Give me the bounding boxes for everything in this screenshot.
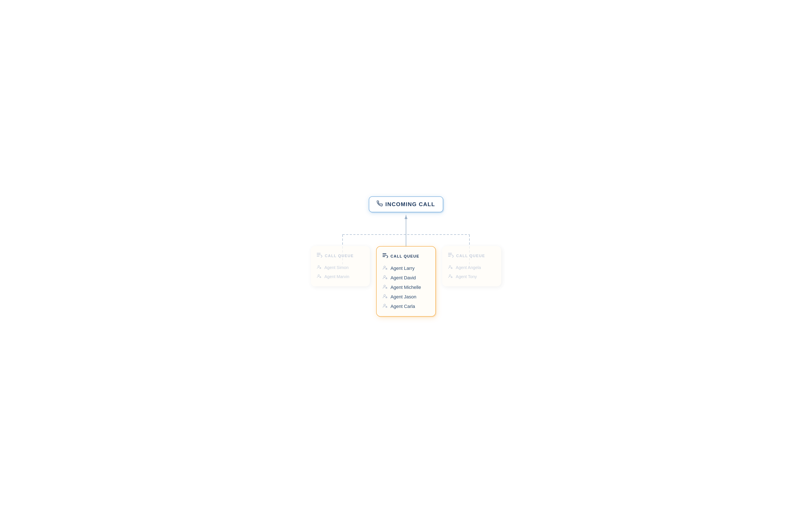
right-agent-list: Agent Angela Agent Tony xyxy=(448,265,495,279)
agent-icon xyxy=(448,274,453,279)
svg-point-21 xyxy=(384,285,385,287)
incoming-call-node: INCOMING CALL xyxy=(369,196,443,212)
svg-rect-27 xyxy=(448,253,452,253)
agent-name: Agent Carla xyxy=(390,304,415,309)
agent-name: Agent Tony xyxy=(456,274,477,279)
svg-rect-16 xyxy=(382,256,385,257)
svg-point-23 xyxy=(384,295,385,296)
agent-icon xyxy=(382,275,387,281)
center-card-header: CALL QUEUE xyxy=(382,253,430,259)
svg-point-17 xyxy=(384,266,385,268)
center-queue-card: CALL QUEUE Agent Larry xyxy=(376,246,436,317)
svg-marker-1 xyxy=(405,215,407,219)
center-queue-icon xyxy=(382,253,388,259)
agent-name: Agent Marvin xyxy=(324,274,349,279)
svg-rect-14 xyxy=(382,253,386,254)
agent-name: Agent Michelle xyxy=(390,285,421,290)
svg-rect-28 xyxy=(448,254,452,255)
list-item: Agent Marvin xyxy=(317,274,364,279)
agent-icon xyxy=(317,265,321,270)
svg-rect-8 xyxy=(317,256,319,256)
right-card-title: CALL QUEUE xyxy=(456,254,485,258)
bottom-row: CALL QUEUE Agent Simon xyxy=(311,246,501,317)
phone-icon xyxy=(377,200,383,208)
svg-rect-7 xyxy=(317,254,321,255)
agent-icon xyxy=(382,265,387,271)
agent-name: Agent Jason xyxy=(390,294,416,300)
agent-icon xyxy=(448,265,453,270)
agent-icon xyxy=(317,274,321,279)
list-item: Agent David xyxy=(382,275,430,281)
svg-point-30 xyxy=(450,266,451,267)
svg-rect-15 xyxy=(382,255,386,255)
left-agent-list: Agent Simon Agent Marvin xyxy=(317,265,364,279)
left-queue-icon xyxy=(317,253,322,259)
list-item: Agent Angela xyxy=(448,265,495,270)
svg-point-12 xyxy=(318,275,320,276)
svg-point-9 xyxy=(318,266,320,267)
right-card-header: CALL QUEUE xyxy=(448,253,495,259)
agent-icon xyxy=(382,303,387,309)
agent-name: Agent Larry xyxy=(390,266,415,271)
left-card-title: CALL QUEUE xyxy=(325,254,354,258)
agent-icon xyxy=(382,284,387,290)
list-item: Agent Tony xyxy=(448,274,495,279)
svg-rect-29 xyxy=(448,256,451,256)
center-card-title: CALL QUEUE xyxy=(390,254,419,259)
list-item: Agent Larry xyxy=(382,265,430,271)
right-queue-icon xyxy=(448,253,454,259)
center-agent-list: Agent Larry Agent David xyxy=(382,265,430,309)
agent-name: Agent David xyxy=(390,275,416,280)
svg-point-19 xyxy=(384,275,385,277)
agent-name: Agent Angela xyxy=(456,265,481,270)
right-queue-card: CALL QUEUE Agent Angela xyxy=(442,246,501,286)
left-queue-card: CALL QUEUE Agent Simon xyxy=(311,246,370,286)
svg-point-32 xyxy=(450,275,451,276)
left-card-header: CALL QUEUE xyxy=(317,253,364,259)
diagram-container: INCOMING CALL CALL QUEUE xyxy=(311,196,501,317)
list-item: Agent Simon xyxy=(317,265,364,270)
agent-icon xyxy=(382,294,387,300)
svg-point-25 xyxy=(384,304,385,306)
list-item: Agent Michelle xyxy=(382,284,430,290)
list-item: Agent Carla xyxy=(382,303,430,309)
list-item: Agent Jason xyxy=(382,294,430,300)
agent-name: Agent Simon xyxy=(324,265,349,270)
svg-rect-6 xyxy=(317,253,321,253)
incoming-call-label: INCOMING CALL xyxy=(385,201,435,208)
